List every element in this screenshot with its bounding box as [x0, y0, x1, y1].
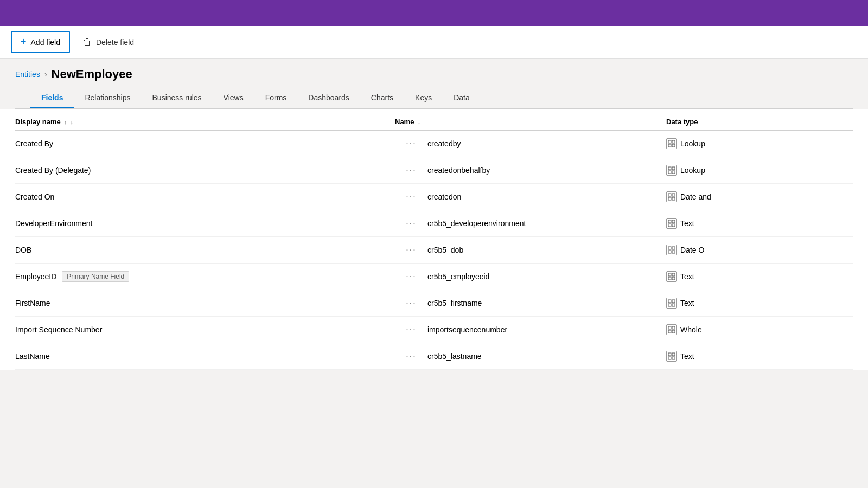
column-name[interactable]: Name ↓ — [395, 118, 666, 126]
datatype-icon — [666, 351, 677, 362]
svg-rect-30 — [668, 330, 671, 333]
svg-rect-10 — [668, 197, 671, 200]
svg-rect-18 — [668, 251, 671, 253]
table-row[interactable]: LastName···cr5b5_lastnameText — [15, 343, 853, 370]
tab-fields[interactable]: Fields — [30, 88, 74, 108]
table-row[interactable]: Created By (Delegate)···createdonbehalfb… — [15, 157, 853, 184]
table-row[interactable]: Import Sequence Number···importsequencen… — [15, 317, 853, 343]
table-row[interactable]: EmployeeIDPrimary Name Field···cr5b5_emp… — [15, 264, 853, 290]
svg-rect-31 — [672, 330, 675, 333]
cell-more-options: ··· — [395, 219, 427, 228]
tab-data[interactable]: Data — [443, 88, 481, 108]
svg-rect-0 — [668, 140, 671, 143]
cell-more-options: ··· — [395, 325, 427, 335]
more-options-button[interactable]: ··· — [406, 219, 416, 228]
breadcrumb-separator: › — [44, 70, 47, 79]
svg-rect-28 — [668, 326, 671, 329]
table-body: Created By···createdbyLookupCreated By (… — [15, 131, 853, 370]
delete-field-button[interactable]: 🗑 Delete field — [74, 33, 143, 52]
tab-dashboards[interactable]: Dashboards — [297, 88, 360, 108]
cell-display-name: FirstName — [15, 299, 395, 307]
cell-datatype: Lookup — [666, 138, 853, 149]
sort-desc-icon: ↓ — [70, 119, 73, 125]
display-name-text: DeveloperEnvironment — [15, 219, 92, 228]
cell-more-options: ··· — [395, 298, 427, 308]
cell-api-name: importsequencenumber — [427, 325, 666, 334]
svg-rect-14 — [668, 224, 671, 227]
table-row[interactable]: DeveloperEnvironment···cr5b5_developeren… — [15, 210, 853, 237]
cell-more-options: ··· — [395, 245, 427, 255]
content-area: Display name ↑ ↓ Name ↓ Data type Create… — [0, 109, 868, 370]
svg-rect-3 — [672, 144, 675, 147]
cell-display-name: EmployeeIDPrimary Name Field — [15, 271, 395, 282]
more-options-button[interactable]: ··· — [406, 351, 416, 361]
table-row[interactable]: Created By···createdbyLookup — [15, 131, 853, 157]
datatype-icon — [666, 245, 677, 255]
table-row[interactable]: FirstName···cr5b5_firstnameText — [15, 290, 853, 317]
more-options-button[interactable]: ··· — [406, 165, 416, 175]
tab-business-rules[interactable]: Business rules — [142, 88, 213, 108]
cell-datatype: Whole — [666, 324, 853, 335]
svg-rect-9 — [672, 194, 675, 196]
svg-rect-29 — [672, 326, 675, 329]
datatype-text: Text — [680, 219, 694, 228]
svg-rect-32 — [668, 353, 671, 356]
cell-api-name: createdby — [427, 139, 666, 148]
cell-datatype: Text — [666, 351, 853, 362]
table-row[interactable]: DOB···cr5b5_dobDate O — [15, 237, 853, 264]
more-options-button[interactable]: ··· — [406, 298, 416, 308]
primary-name-field-badge: Primary Name Field — [62, 271, 129, 282]
cell-more-options: ··· — [395, 272, 427, 281]
more-options-button[interactable]: ··· — [406, 139, 416, 149]
svg-rect-16 — [668, 247, 671, 249]
column-datatype[interactable]: Data type — [666, 118, 853, 126]
tab-views[interactable]: Views — [213, 88, 254, 108]
svg-rect-5 — [672, 167, 675, 170]
add-field-button[interactable]: + Add field — [11, 31, 70, 53]
cell-more-options: ··· — [395, 351, 427, 361]
cell-display-name: DeveloperEnvironment — [15, 219, 395, 228]
tab-keys[interactable]: Keys — [404, 88, 443, 108]
breadcrumb-current: NewEmployee — [52, 67, 132, 81]
trash-icon: 🗑 — [83, 37, 92, 47]
more-options-button[interactable]: ··· — [406, 272, 416, 281]
more-options-button[interactable]: ··· — [406, 325, 416, 335]
svg-rect-27 — [672, 304, 675, 306]
tab-charts[interactable]: Charts — [360, 88, 404, 108]
display-name-text: Created By — [15, 139, 53, 148]
breadcrumb-area: Entities › NewEmployee FieldsRelationshi… — [0, 59, 868, 109]
display-name-text: DOB — [15, 246, 31, 254]
more-options-button[interactable]: ··· — [406, 245, 416, 255]
cell-datatype: Lookup — [666, 165, 853, 176]
cell-api-name: cr5b5_firstname — [427, 299, 666, 307]
plus-icon: + — [21, 36, 27, 48]
datatype-text: Lookup — [680, 139, 705, 148]
datatype-icon — [666, 298, 677, 309]
table-row[interactable]: Created On···createdonDate and — [15, 184, 853, 210]
datatype-text: Date O — [680, 246, 704, 254]
cell-display-name: Created On — [15, 192, 395, 201]
datatype-text: Whole — [680, 325, 702, 334]
svg-rect-13 — [672, 220, 675, 223]
svg-rect-20 — [668, 273, 671, 276]
table-header: Display name ↑ ↓ Name ↓ Data type — [15, 109, 853, 131]
more-options-button[interactable]: ··· — [406, 192, 416, 202]
tab-relationships[interactable]: Relationships — [74, 88, 141, 108]
cell-display-name: DOB — [15, 246, 395, 254]
cell-datatype: Text — [666, 298, 853, 309]
cell-api-name: cr5b5_developerenvironment — [427, 219, 666, 228]
datatype-icon — [666, 218, 677, 229]
svg-rect-33 — [672, 353, 675, 356]
breadcrumb-parent[interactable]: Entities — [15, 70, 40, 79]
display-name-text: Created On — [15, 192, 54, 201]
datatype-icon — [666, 165, 677, 176]
svg-rect-26 — [668, 304, 671, 306]
tab-forms[interactable]: Forms — [254, 88, 298, 108]
svg-rect-4 — [668, 167, 671, 170]
svg-rect-8 — [668, 194, 671, 196]
svg-rect-35 — [672, 357, 675, 359]
delete-field-label: Delete field — [96, 38, 134, 47]
column-display-name[interactable]: Display name ↑ ↓ — [15, 118, 395, 126]
cell-display-name: LastName — [15, 352, 395, 361]
datatype-icon — [666, 271, 677, 282]
